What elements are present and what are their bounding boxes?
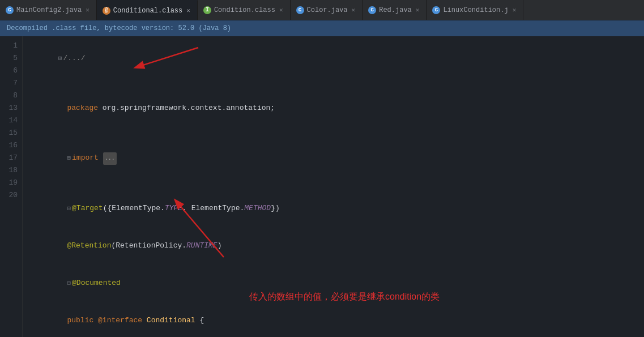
annotation-documented: @Documented (72, 279, 121, 287)
line-num-15: 15 (6, 127, 18, 139)
line-num-16: 16 (6, 139, 18, 152)
element-type-method: METHOD (244, 204, 271, 212)
info-bar: Decompiled .class file, bytecode version… (0, 20, 644, 36)
close-tab-condition-class[interactable]: ✕ (278, 6, 284, 14)
tab-color-java[interactable]: C Color.java ✕ (291, 0, 363, 20)
line-num-1: 1 (6, 40, 18, 52)
line-num-14: 14 (6, 114, 18, 127)
tab-icon-condition-class: I (203, 6, 211, 14)
tab-linux-condition[interactable]: C LinuxCondition.j ✕ (427, 0, 523, 20)
tab-label-red-java: Red.java (379, 6, 412, 14)
target-open: ({ElementType. (103, 204, 165, 212)
expand-icon-16[interactable]: ⊟ (67, 277, 71, 289)
annotation-retention: @Retention (67, 241, 111, 250)
code-line-7 (32, 127, 644, 139)
tab-label-linux-condition: LinuxCondition.j (443, 6, 508, 14)
info-bar-text: Decompiled .class file, bytecode version… (7, 24, 231, 32)
element-type-type: TYPE (165, 204, 182, 212)
line-num-8: 8 (6, 89, 18, 102)
tab-red-java[interactable]: C Red.java ✕ (362, 0, 427, 20)
tab-icon-conditional-class: @ (103, 7, 110, 15)
close-tab-conditional-class[interactable]: ✕ (185, 6, 191, 15)
code-line-6: package org.springframework.context.anno… (32, 89, 644, 127)
tab-condition-class[interactable]: I Condition.class ✕ (198, 0, 291, 20)
line-num-13: 13 (6, 102, 18, 114)
package-name: org.springframework.context.annotation; (98, 104, 275, 112)
retention-close: ) (217, 241, 222, 250)
line-num-20: 20 (6, 189, 18, 202)
code-line-8: ⊞import ... (32, 139, 644, 177)
close-tab-color-java[interactable]: ✕ (351, 6, 357, 14)
retention-open: (RetentionPolicy. (111, 241, 186, 250)
annotation-target: @Target (72, 204, 103, 212)
keyword-package: package (67, 104, 98, 112)
code-line-16: ⊟@Documented (32, 265, 644, 302)
line-numbers: 1 5 6 7 8 13 14 15 16 17 18 19 20 (0, 36, 23, 337)
close-tab-mainconfig2[interactable]: ✕ (84, 6, 91, 14)
line-num-7: 7 (6, 77, 18, 89)
code-line-14: ⊟@Target({ElementType.TYPE, ElementType.… (32, 190, 644, 227)
line-num-5: 5 (6, 52, 18, 65)
tab-mainconfig2[interactable]: C MainConfig2.java ✕ (0, 0, 97, 20)
tab-icon-mainconfig2: C (6, 6, 14, 14)
tab-label-mainconfig2: MainConfig2.java (16, 6, 82, 14)
line-num-6: 6 (6, 65, 18, 77)
keyword-public: public (67, 316, 93, 325)
code-line-1: ⊞/.../ (32, 40, 644, 77)
expand-icon-14[interactable]: ⊟ (67, 202, 71, 215)
import-dots (99, 153, 103, 162)
retention-runtime: RUNTIME (186, 241, 217, 250)
keyword-interface: @interface (93, 316, 147, 325)
expand-icon-1[interactable]: ⊞ (58, 52, 62, 65)
import-collapsed[interactable]: ... (103, 152, 117, 165)
tab-icon-linux-condition: C (432, 6, 440, 14)
tab-bar: C MainConfig2.java ✕ @ Conditional.class… (0, 0, 644, 20)
target-close: }) (271, 204, 280, 212)
target-comma: , ElementType. (182, 204, 244, 212)
class-conditional: Conditional (147, 316, 195, 325)
close-tab-red-java[interactable]: ✕ (415, 6, 421, 14)
line-num-18: 18 (6, 164, 18, 177)
code-line-17: public @interface Conditional { (32, 302, 644, 337)
tab-icon-red-java: C (368, 6, 376, 14)
brace-open: { (195, 316, 204, 325)
tab-label-condition-class: Condition.class (214, 6, 275, 14)
tab-label-conditional-class: Conditional.class (113, 7, 182, 15)
line-num-19: 19 (6, 177, 18, 189)
tab-conditional-class[interactable]: @ Conditional.class ✕ (97, 0, 198, 20)
code-line-5 (32, 77, 644, 89)
collapsed-code-1: /.../ (63, 54, 89, 62)
keyword-import: import (72, 153, 99, 162)
code-area[interactable]: ⊞/.../ package org.springframework.conte… (23, 36, 644, 337)
tab-icon-color-java: C (296, 6, 304, 14)
close-tab-linux-condition[interactable]: ✕ (511, 6, 518, 14)
code-line-13 (32, 177, 644, 190)
code-line-15: @Retention(RetentionPolicy.RUNTIME) (32, 227, 644, 265)
tab-label-color-java: Color.java (307, 6, 348, 14)
editor: 1 5 6 7 8 13 14 15 16 17 18 19 20 ⊞/.../… (0, 36, 644, 337)
expand-icon-8[interactable]: ⊞ (67, 152, 71, 164)
line-num-17: 17 (6, 152, 18, 164)
